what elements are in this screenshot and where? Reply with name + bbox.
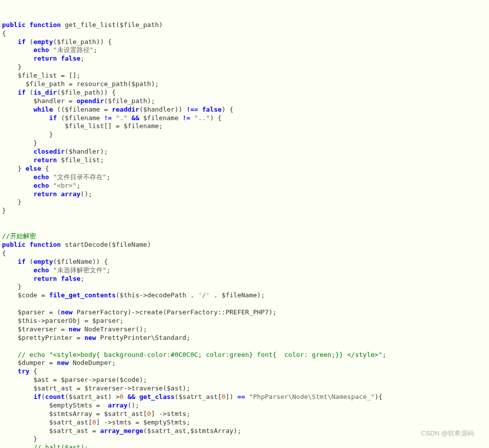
var: $satrt_ast (49, 418, 88, 426)
fn-array: array (108, 401, 127, 409)
fn-empty: empty (34, 258, 53, 265)
var: $filename (124, 122, 159, 130)
method: traverse (131, 384, 163, 392)
str: '/' (198, 291, 209, 299)
var: $satrt_ast (178, 393, 217, 400)
var: $file_path (120, 21, 159, 29)
var: $handler (69, 148, 100, 155)
op: == (237, 393, 246, 400)
const: PREFER_PHP7 (225, 308, 269, 316)
kw-public: public (2, 241, 26, 248)
op: !== (186, 106, 198, 113)
kw-return: return (34, 156, 57, 164)
kw-return: return (34, 275, 57, 282)
var: $emptyStmts (143, 418, 186, 426)
op: != (104, 114, 112, 122)
fn-name: get_file_list (65, 21, 116, 29)
fn-opendir: opendir (77, 97, 104, 105)
num: 0 (221, 393, 225, 400)
kw-if: if (18, 258, 26, 265)
num: 0 (147, 410, 151, 417)
method: create (139, 308, 163, 316)
kw-new: new (69, 325, 80, 333)
kw-new: new (84, 334, 96, 341)
var: $file_path (61, 89, 100, 96)
var: $traverser (18, 325, 57, 333)
var: $file_path (26, 80, 65, 88)
prop: parserObj (45, 317, 80, 324)
var: $filename (65, 106, 100, 113)
var: $satrt_ast (69, 393, 108, 400)
kw-function: function (30, 241, 61, 248)
code-block: public function get_file_list($file_path… (2, 21, 487, 448)
num: 0 (92, 418, 96, 426)
kw-echo: echo (34, 182, 49, 189)
kw-try: try (18, 367, 29, 375)
kw-if: if (34, 393, 42, 400)
str: "文件目录不存在" (53, 173, 107, 181)
fn-isdir: is_dir (34, 89, 57, 96)
var: $satrt_ast (104, 410, 143, 417)
kw-false: false (61, 55, 80, 62)
var: $prettyPrinter (18, 334, 73, 341)
num: 0 (120, 393, 124, 400)
kw-new: new (57, 359, 69, 366)
type: ParserFactory (167, 308, 218, 316)
var: $fileName (112, 241, 147, 248)
var: $fileName (221, 291, 257, 299)
var: $this (120, 291, 139, 299)
type: NodeTraverser (84, 325, 135, 333)
var: $file_path (108, 97, 147, 105)
kw-function: function (30, 21, 61, 29)
prop: stmts (167, 410, 186, 417)
comment: // halt($ast); (34, 443, 89, 448)
kw-public: public (2, 21, 26, 29)
var: $stmtsArray (49, 410, 92, 417)
op: != (182, 114, 190, 122)
str: "未设置路径" (53, 46, 94, 54)
type: ParserFactory (77, 308, 128, 316)
kw-false: false (202, 106, 221, 113)
fn-arraymerge: array_merge (100, 427, 143, 434)
type: NodeDumper (73, 359, 112, 366)
str: "<br>" (53, 182, 77, 189)
kw-if: if (18, 38, 26, 46)
fn-array: array (61, 190, 80, 198)
var: $this (18, 317, 37, 324)
kw-false: false (61, 275, 80, 282)
var: $stmtsArray (190, 427, 233, 434)
var: $parser (92, 317, 120, 324)
var: $handler (34, 97, 65, 105)
method: parse (96, 376, 116, 383)
var: $file_list (65, 122, 104, 130)
var: $path (131, 80, 151, 88)
var: $ast (34, 376, 49, 383)
var: $handler (143, 106, 175, 113)
str: "." (116, 114, 127, 122)
fn-closedir: closedir (34, 148, 65, 155)
fn-fgc: file_get_contents (49, 291, 116, 299)
prop: decodePath (147, 291, 186, 299)
fn-getclass: get_class (139, 393, 174, 400)
fn-empty: empty (34, 38, 53, 46)
var: $parser (61, 376, 88, 383)
kw-if: if (18, 89, 26, 96)
op: && (131, 114, 139, 122)
var: $dumper (18, 359, 45, 366)
var: $filename (143, 114, 178, 122)
var: $parser (18, 308, 45, 316)
kw-while: while (34, 106, 53, 113)
comment: //开始解密 (2, 232, 36, 240)
prop: stmts (112, 418, 131, 426)
str: ".." (194, 114, 210, 122)
fn: resource_path (77, 80, 128, 88)
var: $satrt_ast (49, 427, 88, 434)
var: $ast (167, 384, 182, 392)
kw-return: return (34, 190, 57, 198)
var: $fileName (57, 258, 92, 265)
kw-return: return (34, 55, 57, 62)
var: $file_list (61, 156, 100, 164)
kw-if: if (49, 114, 57, 122)
var: $file_list (18, 72, 57, 79)
var: $file_path (57, 38, 96, 46)
